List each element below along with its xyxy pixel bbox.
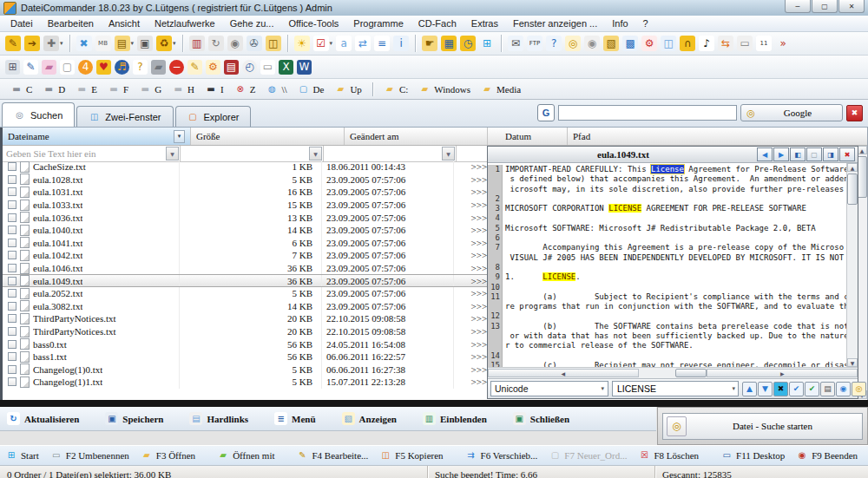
drive-h[interactable]: ▬H xyxy=(167,82,200,95)
info-button[interactable]: i xyxy=(393,36,409,51)
menu-item-office-tools[interactable]: Office-Tools xyxy=(281,17,345,29)
menu-item-netzlaufwerke[interactable]: Netzlaufwerke xyxy=(148,17,222,29)
preview-close-button[interactable]: ✖ xyxy=(839,147,855,161)
f4-edit-button[interactable]: ✎F4 Bearbeite... xyxy=(297,449,369,462)
open-box-button[interactable]: ◫ xyxy=(266,36,281,51)
search-button[interactable]: ◎ xyxy=(565,36,581,51)
row-checkbox[interactable] xyxy=(8,277,16,285)
f9-quit-button[interactable]: ◉F9 Beenden xyxy=(796,449,858,462)
drive-c[interactable]: ▰C: xyxy=(378,82,413,95)
refresh-button[interactable]: ↻ xyxy=(208,36,224,51)
column-header-dateiname[interactable]: Dateiname▾ xyxy=(3,128,191,145)
folder-new-button[interactable]: ✚▾ xyxy=(43,36,63,51)
more-tools-button[interactable]: » xyxy=(775,36,791,51)
audio-player-button[interactable]: ♬ xyxy=(115,60,129,75)
scroll-left-icon[interactable]: ◀ xyxy=(488,369,639,377)
row-checkbox[interactable] xyxy=(8,251,16,259)
excel-button[interactable]: X xyxy=(279,60,293,75)
drive-g[interactable]: ▬G xyxy=(134,82,167,95)
scrollbar-thumb[interactable] xyxy=(675,369,707,377)
drive-z[interactable]: ⊗Z xyxy=(229,82,261,95)
preview-forward-button[interactable]: ▶ xyxy=(773,147,789,161)
viewer-settings-button[interactable]: ◉ xyxy=(836,382,851,396)
menu-item-ansicht[interactable]: Ansicht xyxy=(102,17,147,29)
row-checkbox[interactable] xyxy=(8,289,16,298)
lens-button[interactable]: ◉ xyxy=(227,36,243,51)
size-info-button[interactable]: MB xyxy=(95,36,111,51)
settings-gear-button[interactable]: ⚙ xyxy=(641,36,657,51)
row-checkbox[interactable] xyxy=(8,327,16,336)
preview-vscrollbar[interactable]: ▲ ▼ xyxy=(846,163,858,367)
number-4-button[interactable]: 4 xyxy=(78,60,93,75)
preview-search-input[interactable] xyxy=(615,383,731,395)
minimize-button[interactable]: ─ xyxy=(785,0,811,13)
drive-e[interactable]: ▬E xyxy=(70,82,102,95)
scrollbar-thumb[interactable] xyxy=(847,174,858,205)
f6-move-button[interactable]: ⇉F6 Verschieb... xyxy=(465,449,538,462)
word-button[interactable]: W xyxy=(297,60,312,75)
program-grid-button[interactable]: ▩ xyxy=(622,36,638,51)
tab-zwei-fenster[interactable]: ◫Zwei-Fenster xyxy=(76,106,173,127)
scroll-up-icon[interactable]: ▲ xyxy=(847,163,858,172)
f3-open-button[interactable]: ▰F3 Öffnen xyxy=(141,449,195,462)
swap-arrows-button[interactable]: ⇄ xyxy=(355,36,371,51)
maximize-button[interactable]: ▢ xyxy=(812,0,838,13)
unhide-button[interactable]: ▥Einblenden xyxy=(423,412,487,425)
menu-item-datei[interactable]: Datei xyxy=(3,17,40,29)
row-checkbox[interactable] xyxy=(8,314,16,323)
close-button[interactable]: ✕ xyxy=(838,0,865,13)
help-doc-button[interactable]: ? xyxy=(133,60,148,75)
open-with-button[interactable]: ▰Öffnen mit xyxy=(217,449,274,462)
row-checkbox[interactable] xyxy=(8,302,16,311)
clipboard-blue-button[interactable]: ◫ xyxy=(661,36,676,51)
no-entry-button[interactable]: − xyxy=(169,60,184,75)
chevron-down-icon[interactable]: ▾ xyxy=(732,385,735,392)
show-button[interactable]: ▧Anzeigen xyxy=(342,412,397,425)
menu-item-item[interactable]: ? xyxy=(636,17,655,29)
layout-right-button[interactable]: ◨ xyxy=(823,147,838,161)
row-checkbox[interactable] xyxy=(8,264,16,272)
network-tools-button[interactable]: ✇ xyxy=(247,36,262,51)
row-checkbox[interactable] xyxy=(8,162,16,171)
windows-logo-button[interactable]: ⊞ xyxy=(479,36,495,51)
blue-list-button[interactable]: ≡ xyxy=(374,36,390,51)
row-checkbox[interactable] xyxy=(8,365,16,374)
row-checkbox[interactable] xyxy=(8,352,16,361)
filter-input[interactable] xyxy=(3,148,166,159)
email-button[interactable]: ✉ xyxy=(508,36,523,51)
f5-copy-button[interactable]: ◫F5 Kopieren xyxy=(379,449,443,462)
window-switch-button[interactable]: ⇆ xyxy=(718,36,733,51)
menu-item-info[interactable]: Info xyxy=(605,17,635,29)
whole-word-button[interactable]: ✔ xyxy=(805,382,819,396)
folder-goto-button[interactable]: ➔ xyxy=(24,36,40,51)
drive-c[interactable]: ▬C xyxy=(5,82,37,95)
edit-pencil-button[interactable]: ✎ xyxy=(187,60,202,75)
clear-search-button[interactable]: ✖ xyxy=(773,382,788,396)
image-viewer-button[interactable]: ▧ xyxy=(603,36,619,51)
find-prev-button[interactable]: ▲ xyxy=(742,382,757,396)
filter-funnel-icon[interactable]: ▼ xyxy=(309,147,322,160)
favorites-folder-button[interactable]: ♥ xyxy=(96,60,111,75)
zoom-button[interactable]: ◎ xyxy=(852,382,866,396)
letter-a-button[interactable]: a xyxy=(336,36,352,51)
window-frame-button[interactable]: ▭ xyxy=(737,36,753,51)
scroll-right-icon[interactable]: ▶ xyxy=(707,369,858,377)
column-header-pfad[interactable]: Pfad xyxy=(568,128,867,145)
google-search-input[interactable] xyxy=(558,105,737,121)
column-header-ge-ndert-am[interactable]: Geändert am xyxy=(345,128,488,145)
match-case-button[interactable]: ✔ xyxy=(789,382,804,396)
close-panel-button[interactable]: ▣Schließen xyxy=(513,412,569,425)
print-button[interactable]: ▣ xyxy=(137,36,153,51)
menu-item-extras[interactable]: Extras xyxy=(464,17,505,29)
filter-funnel-icon[interactable]: ▼ xyxy=(166,147,179,160)
column-header-datum[interactable]: Datum xyxy=(488,128,568,145)
folder-rename-button[interactable]: ✎ xyxy=(5,36,21,51)
trash-button[interactable]: ♻▾ xyxy=(156,36,176,51)
menu-item-programme[interactable]: Programme xyxy=(346,17,410,29)
drive-d[interactable]: ▬D xyxy=(37,82,70,95)
preview-back-button[interactable]: ◀ xyxy=(757,147,773,161)
drive-f[interactable]: ▬F xyxy=(102,82,134,95)
red-book-button[interactable]: ▤ xyxy=(224,60,239,75)
menu-item-bearbeiten[interactable]: Bearbeiten xyxy=(41,17,101,29)
timer-button[interactable]: ◷ xyxy=(460,36,476,51)
